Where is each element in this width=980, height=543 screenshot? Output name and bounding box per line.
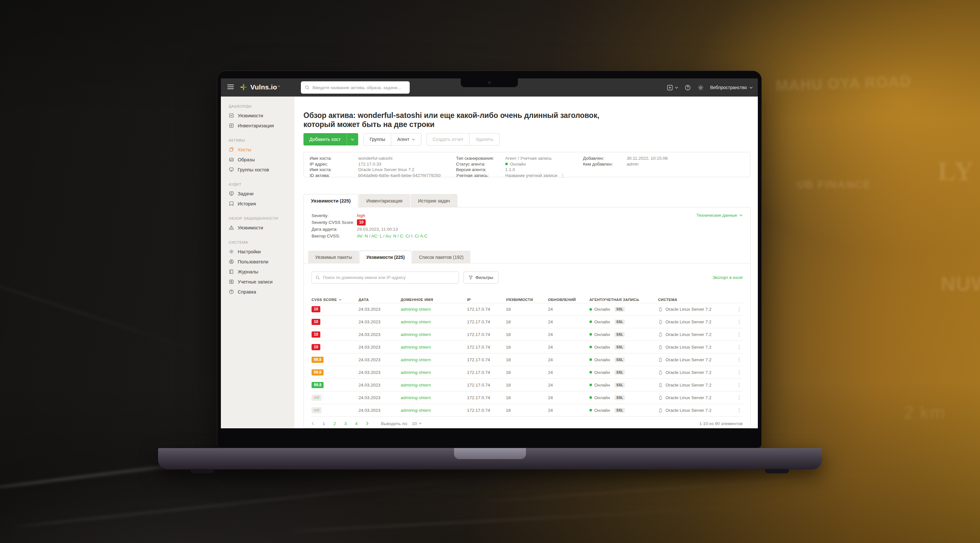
ssl-badge: SSL	[615, 332, 625, 337]
col-header-vulns[interactable]: УЯЗВИМОСТИ	[506, 298, 548, 302]
agent-dropdown-button[interactable]: Агент	[391, 134, 421, 145]
table-row[interactable]: 99.824.03.2023admiring-shtern172.17.0.74…	[312, 379, 743, 392]
technical-data-link[interactable]: Технические данные	[697, 213, 743, 218]
ip-address-value: 172.17.0.33	[358, 162, 381, 167]
table-row[interactable]: 1024.03.2023admiring-shtern172.17.0.7418…	[312, 315, 743, 328]
add-host-button[interactable]: Добавить хост	[304, 133, 358, 145]
delete-button[interactable]: Удалить	[469, 134, 499, 145]
table-row[interactable]: n/d24.03.2023admiring-shtern172.17.0.741…	[312, 404, 743, 417]
col-header-cvss[interactable]: CVSS SCORE	[312, 298, 358, 302]
system-name-cell: Oracle Linux Server 7.2	[665, 345, 711, 350]
domain-link[interactable]: admiring-shtern	[401, 345, 431, 350]
ssl-badge: SSL	[615, 307, 625, 312]
search-icon	[315, 275, 320, 280]
sidebar-item-history[interactable]: История	[221, 199, 294, 209]
row-menu-icon[interactable]: ⋮	[736, 382, 743, 387]
sidebar-item-label: Уязвимости	[238, 225, 263, 230]
online-status-dot	[589, 396, 592, 399]
app-logo[interactable]: Vulns.io™	[239, 83, 280, 92]
sidebar-item-users[interactable]: Пользователи	[221, 256, 294, 267]
sidebar-section-system: СИСТЕМА	[229, 240, 294, 244]
sidebar-item-journals[interactable]: Журналы	[221, 267, 294, 277]
online-status-dot	[589, 358, 592, 361]
add-new-button[interactable]	[667, 84, 678, 91]
row-menu-icon[interactable]: ⋮	[736, 369, 743, 375]
groups-button[interactable]: Группы	[364, 134, 391, 145]
sidebar-item-security-vulnerabilities[interactable]: Уязвимости	[221, 223, 294, 232]
table-row[interactable]: 1024.03.2023admiring-shtern172.17.0.7418…	[312, 303, 743, 315]
sidebar-item-vulnerabilities[interactable]: Уязвимости	[221, 110, 294, 121]
cvss-score-badge: n/d	[312, 407, 321, 413]
sidebar-item-hosts[interactable]: Хосты	[221, 145, 294, 154]
global-search	[301, 81, 410, 94]
tab-vulnerabilities[interactable]: Уязвимости (225)	[304, 194, 358, 207]
create-report-button[interactable]: Создать отчет	[427, 134, 469, 145]
table-row[interactable]: n/d24.03.2023admiring-shtern172.17.0.741…	[312, 392, 743, 404]
sidebar-item-tasks[interactable]: Задачи	[221, 189, 294, 199]
page-1[interactable]: 1	[323, 421, 325, 426]
row-menu-icon[interactable]: ⋮	[736, 357, 743, 362]
sidebar-item-inventory[interactable]: Инвентаризация	[221, 121, 294, 131]
sidebar-item-images[interactable]: Образы	[221, 154, 294, 165]
online-status-dot	[589, 384, 592, 386]
table-row[interactable]: 1024.03.2023admiring-shtern172.17.0.7418…	[312, 328, 743, 341]
sidebar-item-settings[interactable]: Настройки	[221, 247, 294, 256]
filters-button[interactable]: Фильтры	[463, 272, 498, 283]
hamburger-menu-icon[interactable]	[228, 84, 234, 91]
col-header-date[interactable]: ДАТА	[358, 298, 401, 302]
domain-link[interactable]: admiring-shtern	[401, 395, 431, 400]
account-menu-icon[interactable]: ⋮	[559, 173, 566, 178]
page-2[interactable]: 2	[334, 421, 336, 426]
info-label: Версия агента:	[456, 167, 505, 172]
os-linux-icon	[658, 370, 663, 375]
page-4[interactable]: 4	[355, 421, 358, 426]
col-header-updates[interactable]: ОБНОВЛЕНИЙ	[548, 298, 589, 302]
col-header-domain[interactable]: ДОМЕННОЕ ИМЯ	[401, 298, 467, 302]
row-menu-icon[interactable]: ⋮	[736, 395, 743, 400]
global-search-input[interactable]	[312, 85, 406, 90]
prev-page-button[interactable]	[312, 422, 314, 425]
domain-link[interactable]: admiring-shtern	[401, 370, 431, 375]
asset-id-value: b04da9eb-6d0e-4ae9-bebe-5427f4779250	[358, 173, 441, 178]
workspace-selector[interactable]: Вебпространство	[710, 85, 752, 90]
per-page-selector[interactable]: 10	[412, 421, 422, 426]
row-menu-icon[interactable]: ⋮	[736, 344, 743, 350]
domain-search-input[interactable]	[323, 275, 455, 280]
row-menu-icon[interactable]: ⋮	[736, 307, 743, 312]
sidebar-item-host-groups[interactable]: Группы хостов	[221, 165, 294, 175]
domain-link[interactable]: admiring-shtern	[401, 357, 431, 362]
subtab-package-list[interactable]: Список пакетов (192)	[412, 251, 471, 263]
subtab-vulnerable-packages[interactable]: Уязвимые пакеты	[308, 251, 359, 263]
info-label: Учетная запись:	[456, 173, 505, 178]
ssl-badge: SSL	[615, 370, 625, 375]
add-host-dropdown-toggle[interactable]	[347, 133, 358, 145]
delete-label: Удалить	[476, 137, 493, 142]
next-page-button[interactable]	[366, 422, 369, 425]
sidebar-item-help[interactable]: Справка	[221, 287, 294, 297]
row-menu-icon[interactable]: ⋮	[736, 332, 743, 337]
domain-link[interactable]: admiring-shtern	[401, 307, 431, 312]
export-excel-link[interactable]: Экспорт в excel	[713, 275, 743, 280]
col-header-agent[interactable]: АГЕНТ/УЧЕТНАЯ ЗАПИСЬ	[589, 298, 658, 302]
col-header-system[interactable]: СИСТЕМА	[658, 298, 735, 302]
subtab-vulnerabilities[interactable]: Уязвимости (225)	[360, 251, 412, 263]
tab-task-history[interactable]: История задач	[410, 194, 458, 207]
domain-link[interactable]: admiring-shtern	[401, 332, 431, 337]
tab-inventory[interactable]: Инвентаризация	[359, 194, 410, 207]
settings-gear-button[interactable]	[697, 84, 704, 91]
help-button[interactable]	[684, 84, 691, 91]
sidebar-item-accounts[interactable]: Учетные записи	[221, 277, 294, 287]
page-3[interactable]: 3	[344, 421, 347, 426]
col-header-ip[interactable]: IP	[467, 298, 506, 302]
table-row[interactable]: 99.824.03.2023admiring-shtern172.17.0.74…	[312, 366, 743, 379]
table-row[interactable]: 1024.03.2023admiring-shtern172.17.0.7418…	[312, 341, 743, 354]
domain-link[interactable]: admiring-shtern	[401, 320, 431, 324]
domain-link[interactable]: admiring-shtern	[401, 408, 431, 413]
severity-details: Severity:high Severity CVSS Score:10 Дат…	[304, 207, 750, 239]
table-row[interactable]: 99.824.03.2023admiring-shtern172.17.0.74…	[312, 354, 743, 366]
row-menu-icon[interactable]: ⋮	[736, 319, 743, 324]
sidebar-item-label: Журналы	[238, 269, 258, 274]
domain-link[interactable]: admiring-shtern	[401, 383, 431, 387]
row-menu-icon[interactable]: ⋮	[736, 408, 743, 413]
page-title-line2: который может быть на две строки	[304, 120, 692, 129]
